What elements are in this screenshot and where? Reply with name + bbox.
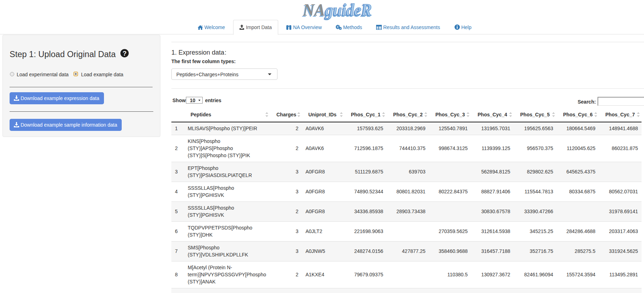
svg-text:?: ? (123, 50, 127, 57)
